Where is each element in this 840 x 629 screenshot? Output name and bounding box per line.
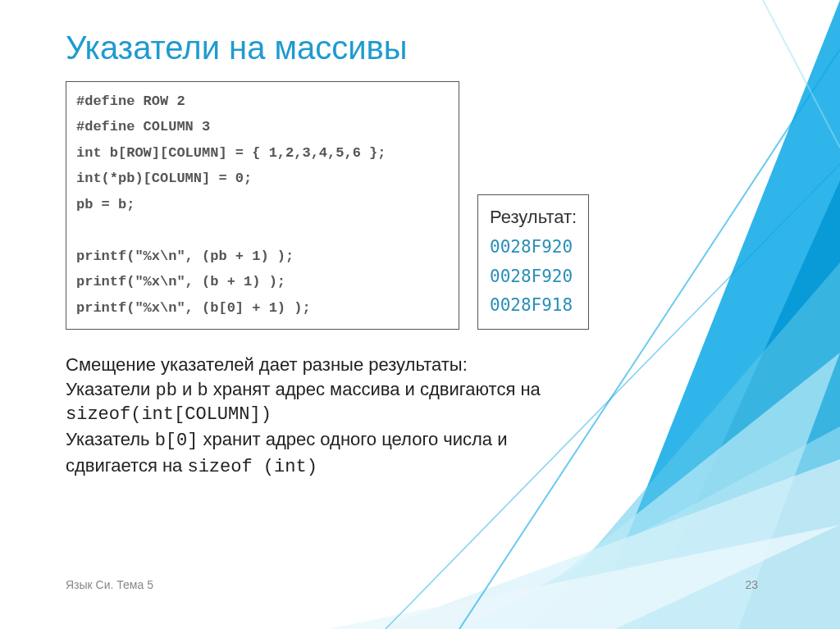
code-line [76,217,449,243]
code-line: #define COLUMN 3 [76,114,449,139]
explain-line: Смещение указателей дает разные результа… [66,353,791,377]
page-number: 23 [745,578,758,591]
explain-line: Указатель b[0] хранит адрес одного целог… [66,427,791,454]
slide-content: Указатели на массивы #define ROW 2 #defi… [66,30,791,479]
svg-marker-6 [328,525,840,629]
code-line: int b[ROW][COLUMN] = { 1,2,3,4,5,6 }; [76,140,449,166]
code-line: pb = b; [76,192,449,217]
boxes-row: #define ROW 2 #define COLUMN 3 int b[ROW… [66,81,791,330]
svg-marker-5 [377,459,840,629]
code-line: printf("%x\n", (pb + 1) ); [76,244,449,269]
code-line: printf("%x\n", (b + 1) ); [76,269,449,294]
result-value: 0028F920 [490,262,577,292]
slide: Указатели на массивы #define ROW 2 #defi… [0,0,840,629]
slide-title: Указатели на массивы [66,30,791,66]
explanation: Смещение указателей дает разные результа… [66,353,791,479]
result-value: 0028F918 [490,291,577,321]
explain-line: sizeof(int[COLUMN]) [66,403,791,427]
result-label: Результат: [490,202,577,232]
code-box: #define ROW 2 #define COLUMN 3 int b[ROW… [66,81,459,330]
explain-line: сдвигается на sizeof (int) [66,454,791,480]
code-line: int(*pb)[COLUMN] = 0; [76,166,449,191]
result-box: Результат: 0028F920 0028F920 0028F918 [477,194,589,329]
footer-text: Язык Си. Тема 5 [66,578,153,591]
explain-line: Указатели pb и b хранят адрес массива и … [66,377,791,403]
result-value: 0028F920 [490,233,577,262]
code-line: printf("%x\n", (b[0] + 1) ); [76,295,449,321]
code-line: #define ROW 2 [76,89,449,114]
